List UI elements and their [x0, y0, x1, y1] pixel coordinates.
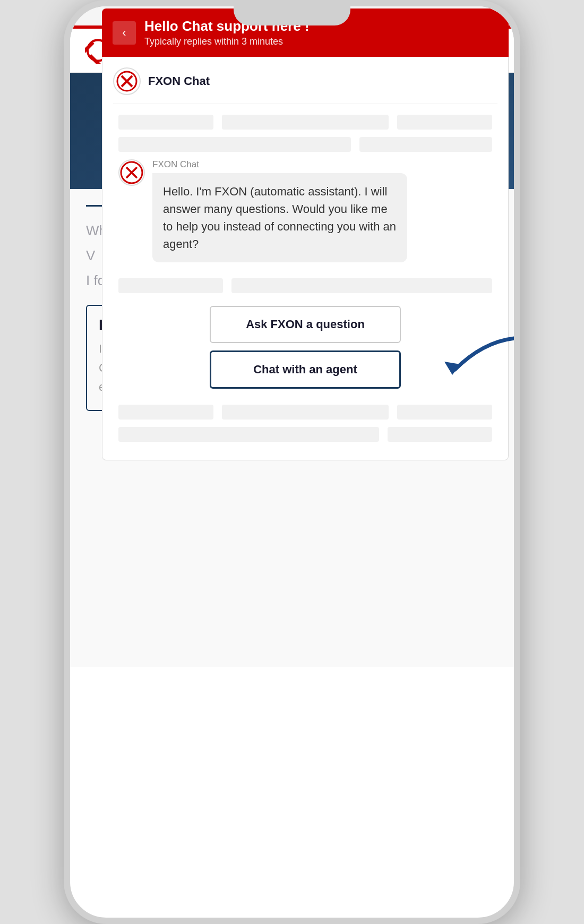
blurred-row-1 — [113, 115, 497, 130]
chat-brand-row: FXON Chat — [113, 67, 497, 104]
chat-body: FXON Chat — [102, 57, 509, 460]
blurred-block — [118, 115, 213, 130]
chat-back-button[interactable]: ‹ — [113, 21, 136, 45]
blurred-block — [397, 405, 492, 420]
blurred-block — [359, 137, 492, 152]
blurred-row-3 — [113, 278, 497, 293]
blurred-block — [397, 115, 492, 130]
phone-inner: FXON — [70, 6, 514, 667]
chat-msg-sender: FXON Chat — [152, 159, 492, 170]
blurred-block — [118, 137, 351, 152]
chat-avatar — [118, 159, 145, 186]
main-content: Wh V I fo In I d Ca en ‹ Hello Chat supp… — [70, 189, 514, 667]
chat-brand-logo — [113, 67, 141, 95]
blurred-block — [388, 427, 492, 442]
blurred-block — [118, 405, 213, 420]
blurred-block — [118, 427, 379, 442]
chat-widget: ‹ Hello Chat support here ! Typically re… — [102, 8, 509, 460]
blurred-row-5 — [113, 427, 497, 442]
blurred-row-4 — [113, 405, 497, 420]
chat-msg-bubble: Hello. I'm FXON (automatic assistant). I… — [152, 173, 407, 262]
blurred-block — [118, 278, 223, 293]
arrow-container — [423, 332, 514, 388]
phone-frame: FXON — [64, 0, 520, 924]
chat-message: FXON Chat Hello. I'm FXON (automatic ass… — [113, 159, 497, 262]
chat-header-subtitle: Typically replies within 3 minutes — [144, 36, 498, 47]
blurred-block — [222, 115, 389, 130]
chat-msg-content: FXON Chat Hello. I'm FXON (automatic ass… — [152, 159, 492, 262]
blurred-block — [222, 405, 389, 420]
blurred-block — [231, 278, 492, 293]
chat-brand-name: FXON Chat — [148, 74, 210, 88]
blurred-row-2 — [113, 137, 497, 152]
chat-actions: Ask FXON a question Chat with an agent — [113, 301, 497, 394]
chat-with-agent-button[interactable]: Chat with an agent — [210, 350, 401, 389]
ask-fxon-button[interactable]: Ask FXON a question — [210, 306, 401, 343]
phone-notch — [234, 6, 350, 25]
arrow-icon — [423, 332, 514, 386]
